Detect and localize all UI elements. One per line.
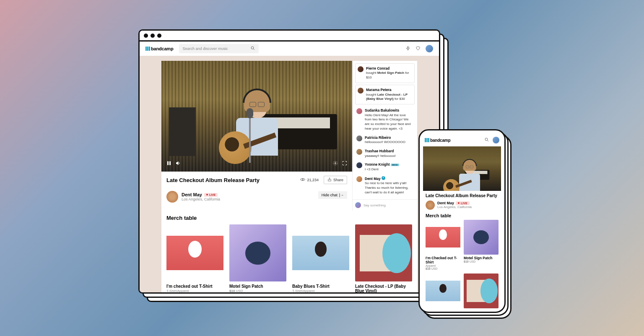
chat-panel: Pierre Conrad bought Motel Sign Patch fo…: [352, 61, 417, 211]
search-placeholder: Search and discover music: [182, 47, 228, 51]
artist-avatar-mobile: [426, 201, 435, 210]
chat-message: Dent May So nice to be here with y'all! …: [355, 174, 415, 197]
chat-message-list[interactable]: Pierre Conrad bought Motel Sign Patch fo…: [353, 61, 417, 199]
svg-rect-2: [168, 161, 169, 165]
svg-point-5: [335, 163, 336, 164]
svg-marker-4: [177, 161, 179, 165]
artist-avatar: [166, 191, 178, 203]
chat-avatar: [356, 162, 362, 168]
search-icon: [250, 46, 255, 52]
chat-message: Yvonne Knight MODI <3 Dent: [355, 160, 415, 174]
artist-name: Dent May: [182, 192, 202, 197]
artist-info-mobile[interactable]: Dent MayLIVE Los Angeles, California: [426, 201, 499, 210]
merch-image: [166, 224, 223, 281]
merch-item-mobile[interactable]: [426, 273, 460, 308]
mobile-header: bandcamp: [423, 135, 501, 146]
merch-image: [464, 273, 499, 308]
svg-rect-3: [170, 161, 171, 165]
eye-icon: [300, 177, 305, 183]
live-video-player-mobile[interactable]: [423, 146, 501, 191]
chat-input[interactable]: Say something: [353, 199, 417, 211]
window-titlebar: [140, 31, 439, 42]
chat-purchase: Marama Petera bought Late Checkout - LP …: [355, 85, 415, 104]
merch-image: [292, 224, 349, 281]
user-avatar-mobile[interactable]: [493, 137, 499, 143]
header-actions: [405, 45, 433, 52]
merch-item[interactable]: Motel Sign Patch $10 USD: [229, 224, 286, 292]
chat-purchase: Pierre Conrad bought Motel Sign Patch fo…: [355, 63, 415, 83]
search-input[interactable]: Search and discover music: [179, 44, 259, 53]
chat-avatar: [358, 66, 364, 72]
chat-avatar: [356, 176, 362, 182]
phone-mockup: bandcamp Late Checkout Album Release Par…: [418, 129, 506, 313]
window-close-dot[interactable]: [144, 34, 148, 38]
live-badge-mobile: LIVE: [456, 201, 470, 205]
site-header: bandcamp Search and discover music: [140, 42, 439, 56]
merch-item-mobile[interactable]: I'm Checked out T-Shirt Apparel $10 USD: [426, 220, 460, 270]
merch-image: [426, 273, 460, 308]
share-icon: [327, 177, 332, 182]
svg-line-1: [254, 49, 255, 50]
merch-image: [426, 220, 460, 255]
merch-image: [464, 220, 499, 255]
merch-item-mobile[interactable]: Motel Sign Patch $10 USD: [464, 220, 499, 270]
live-video-player[interactable]: [161, 61, 352, 172]
user-avatar[interactable]: [426, 45, 433, 52]
stream-title: Late Checkout Album Release Party: [166, 177, 260, 183]
mod-badge: MOD: [391, 164, 399, 166]
volume-icon[interactable]: [176, 160, 181, 167]
window-max-dot[interactable]: [157, 34, 161, 38]
artist-location: Los Angeles, California: [182, 197, 220, 201]
merch-item[interactable]: Baby Blues T-Shirt T-Shirt/Apparel: [292, 224, 349, 292]
fullscreen-icon[interactable]: [342, 160, 347, 167]
svg-point-0: [251, 47, 254, 49]
chat-user-avatar: [355, 202, 361, 208]
window-min-dot[interactable]: [151, 34, 155, 38]
merch-item[interactable]: I'm checked out T-Shirt T-Shirt/Apparel: [166, 224, 223, 292]
live-badge: LIVE: [204, 193, 218, 197]
page-content: Late Checkout Album Release Party 21,234…: [140, 56, 439, 292]
stream-title-mobile: Late Checkout Album Release Party: [426, 193, 499, 198]
merch-image: [355, 224, 412, 281]
brand-logo[interactable]: bandcamp: [145, 46, 173, 51]
svg-point-9: [485, 138, 488, 141]
merch-image: [229, 224, 286, 281]
chat-message: Sudanka BakalowitsHello Dent May! All th…: [355, 106, 415, 133]
view-count: 21,234: [307, 178, 319, 182]
phone-mockup-stack: bandcamp Late Checkout Album Release Par…: [418, 129, 506, 313]
chat-avatar: [358, 88, 364, 94]
share-button[interactable]: Share: [324, 176, 347, 184]
hide-chat-button[interactable]: Hide chat |→: [318, 191, 347, 199]
brand-name: bandcamp: [151, 46, 173, 51]
chat-avatar: [356, 135, 362, 141]
browser-window-stack: bandcamp Search and discover music: [138, 29, 440, 294]
merch-item[interactable]: Late Checkout - LP (Baby Blue Vinyl): [355, 224, 412, 292]
chat-avatar: [356, 108, 362, 114]
chat-message: Patricia Ribeirohelloooooo!! WOOOOOOO: [355, 133, 415, 147]
pause-icon[interactable]: [166, 160, 171, 167]
merch-item-mobile[interactable]: [464, 273, 499, 308]
artist-info[interactable]: Dent May LIVE Los Angeles, California: [166, 191, 220, 203]
search-icon[interactable]: [484, 136, 489, 144]
merch-section: Merch table I'm checked out T-Shirt T-Sh…: [161, 211, 417, 292]
svg-point-6: [302, 179, 304, 180]
chat-avatar: [356, 149, 362, 155]
bolt-icon[interactable]: [405, 45, 410, 52]
verified-icon: [382, 176, 385, 180]
merch-heading: Merch table: [166, 215, 412, 221]
chat-placeholder: Say something: [364, 203, 386, 207]
svg-line-10: [488, 141, 489, 142]
collapse-icon: |→: [339, 193, 344, 197]
merch-heading-mobile: Merch table: [423, 211, 501, 220]
brand-logo-mobile[interactable]: bandcamp: [425, 138, 450, 143]
heart-icon[interactable]: [415, 45, 421, 52]
browser-window: bandcamp Search and discover music: [138, 29, 440, 294]
chat-message: Trashae Hubbardyaaaaay!! hellooooo!: [355, 147, 415, 160]
settings-video-icon[interactable]: [333, 160, 338, 167]
